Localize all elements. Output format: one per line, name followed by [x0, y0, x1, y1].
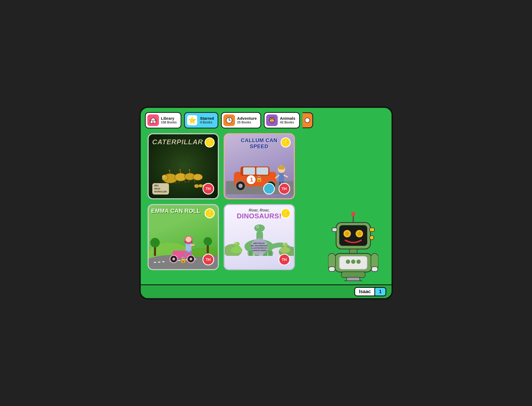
callum-lock-icon: 🔒: [256, 176, 263, 182]
svg-point-109: [345, 232, 349, 236]
svg-point-118: [346, 260, 350, 264]
svg-line-37: [194, 180, 195, 182]
book-callum[interactable]: CALLUM CANSPEED 1: [224, 133, 295, 199]
starred-subtitle: 4 Books: [200, 121, 214, 124]
svg-point-22: [193, 174, 203, 180]
svg-rect-57: [279, 173, 284, 182]
svg-rect-47: [243, 167, 255, 175]
svg-point-29: [169, 170, 170, 171]
user-name: Isaac: [354, 287, 375, 296]
emma-user-badge: TH: [203, 254, 214, 265]
caterpillar-star: ⭐: [205, 137, 215, 147]
svg-point-120: [356, 260, 361, 264]
svg-point-18: [305, 118, 310, 123]
svg-point-103: [284, 243, 284, 244]
svg-line-28: [189, 170, 190, 173]
star-icon: ⭐: [186, 114, 198, 126]
emma-star: ⭐: [205, 208, 215, 218]
svg-rect-112: [332, 228, 337, 232]
svg-line-77: [191, 245, 194, 245]
book-emma[interactable]: EMMA CAN ROLL: [148, 204, 219, 270]
svg-point-43: [195, 185, 195, 186]
svg-rect-115: [349, 249, 357, 254]
svg-point-111: [357, 232, 361, 236]
caterpillar-illustration: [162, 169, 204, 184]
animals-icon: [266, 114, 278, 126]
svg-point-30: [180, 169, 181, 170]
svg-point-13: [273, 120, 274, 120]
robot-svg: [328, 210, 378, 281]
svg-point-52: [238, 184, 243, 188]
caterpillar-author: BELRICHMARIALEN: [152, 183, 169, 195]
library-subtitle: 158 Books: [161, 121, 177, 124]
animals-tab-text: Animals 42 Books: [280, 116, 295, 124]
emma-title: EMMA CAN ROLL: [151, 208, 200, 214]
svg-rect-113: [370, 228, 374, 232]
tab-library[interactable]: Library 158 Books: [145, 112, 181, 128]
callum-user-badge: TH: [279, 183, 290, 195]
svg-point-96: [234, 242, 240, 246]
svg-rect-123: [329, 267, 335, 271]
adventure-subtitle: 25 Books: [237, 121, 257, 124]
svg-point-114: [370, 236, 374, 240]
svg-point-101: [283, 243, 288, 246]
svg-point-81: [204, 237, 212, 246]
animals-subtitle: 42 Books: [280, 121, 295, 124]
svg-rect-127: [344, 281, 362, 281]
caterpillar-bg: CATERPILLAR: [149, 134, 218, 198]
svg-rect-93: [268, 251, 272, 256]
dinos-author-circle: WRITTEN BYBEL RICHARDSONILLUSTRATED BYLA…: [251, 238, 268, 255]
nav-bar: Library 158 Books ⭐ Starred 4 Books: [145, 112, 387, 128]
emma-bg: EMMA CAN ROLL: [149, 205, 218, 269]
book-dinosaurs[interactable]: Roar, Roar, DINOSAURS!: [224, 204, 295, 270]
tab-animals[interactable]: Animals 42 Books: [264, 112, 300, 128]
callum-star: ⭐: [281, 137, 291, 147]
library-tab-text: Library 158 Books: [161, 116, 177, 124]
svg-point-66: [172, 258, 175, 260]
library-title: Library: [161, 116, 177, 121]
svg-rect-56: [278, 166, 285, 169]
user-level: 1: [375, 287, 386, 296]
svg-point-16: [270, 118, 271, 119]
svg-line-59: [284, 175, 287, 177]
caterpillar-title: CATERPILLAR: [152, 138, 203, 146]
svg-point-3: [153, 122, 153, 122]
tab-partial[interactable]: [303, 112, 313, 128]
robot-mascot: [328, 210, 376, 282]
tab-starred[interactable]: ⭐ Starred 4 Books: [184, 112, 219, 128]
svg-point-23: [162, 175, 168, 181]
library-icon: [147, 114, 159, 126]
tab-adventure[interactable]: Adventure 25 Books: [221, 112, 261, 128]
svg-point-74: [186, 237, 191, 242]
svg-point-8: [229, 120, 230, 121]
svg-rect-48: [256, 167, 268, 175]
callum-bg: CALLUM CANSPEED 1: [225, 134, 294, 198]
svg-rect-124: [371, 267, 378, 271]
adventure-icon: [223, 114, 235, 126]
animals-title: Animals: [280, 116, 295, 121]
starred-tab-text: Starred 4 Books: [200, 116, 214, 124]
dinos-bg: Roar, Roar, DINOSAURS!: [225, 205, 294, 269]
adventure-title: Adventure: [237, 116, 257, 121]
svg-point-87: [254, 224, 265, 232]
callum-circle-decoration: [263, 183, 275, 195]
svg-text:1: 1: [250, 176, 253, 183]
svg-rect-95: [235, 245, 238, 251]
svg-point-79: [150, 238, 160, 247]
svg-line-27: [180, 170, 181, 173]
dinos-star: ⭐: [281, 208, 291, 218]
svg-point-98: [236, 243, 236, 243]
svg-point-119: [351, 260, 355, 264]
svg-point-105: [351, 212, 355, 216]
svg-rect-125: [341, 272, 365, 278]
svg-line-76: [190, 251, 191, 255]
dinos-user-badge: TH: [279, 254, 290, 265]
svg-rect-100: [284, 246, 287, 251]
svg-line-26: [170, 170, 170, 174]
caterpillar-user-badge: TH: [203, 183, 214, 195]
book-caterpillar[interactable]: CATERPILLAR: [148, 133, 219, 199]
svg-point-12: [271, 120, 271, 120]
app-container: Library 158 Books ⭐ Starred 4 Books: [139, 107, 393, 299]
svg-marker-1: [150, 118, 156, 120]
svg-line-35: [185, 181, 186, 183]
